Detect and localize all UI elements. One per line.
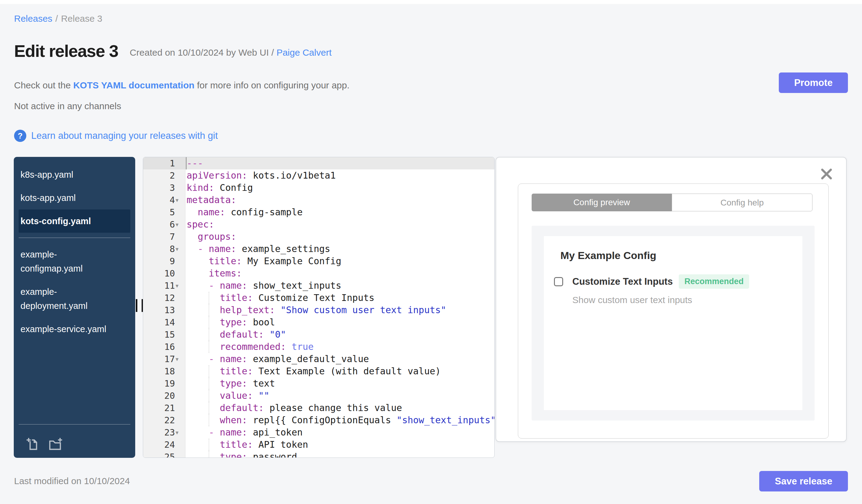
breadcrumb: Releases/Release 3 (14, 13, 103, 24)
code-line-21[interactable]: default: please change this value (186, 402, 494, 414)
gutter-line-23[interactable]: 23▾ (143, 426, 185, 439)
config-tab-bar: Config previewConfig help (532, 194, 812, 211)
code-line-12[interactable]: title: Customize Text Inputs (186, 292, 494, 304)
gutter-line-7: 7 (143, 230, 185, 243)
top-strip (0, 0, 862, 4)
code-line-23[interactable]: - name: api_token (186, 426, 494, 439)
gutter-line-19: 19 (143, 377, 185, 389)
created-text: Created on 10/10/2024 by Web UI / (130, 48, 274, 57)
gutter-line-12: 12 (143, 292, 185, 304)
code-line-17[interactable]: - name: example_default_value (186, 353, 494, 365)
git-help-link[interactable]: Learn about managing your releases with … (31, 130, 218, 141)
code-line-25[interactable]: type: password (186, 451, 494, 458)
code-line-19[interactable]: type: text (186, 377, 494, 389)
gutter-line-15: 15 (143, 329, 185, 341)
preview-content-card: My Example Config Customize Text Inputs … (544, 236, 802, 410)
gutter-line-20: 20 (143, 389, 185, 402)
gutter-line-17[interactable]: 17▾ (143, 353, 185, 365)
indent-guide (209, 414, 209, 426)
gutter-line-16: 16 (143, 341, 185, 353)
file-item-example-deployment-yaml[interactable]: example-deployment.yaml (19, 280, 110, 317)
file-item-k8s-app-yaml[interactable]: k8s-app.yaml (19, 163, 110, 186)
gutter-line-2: 2 (143, 170, 185, 182)
fold-arrow-icon[interactable]: ▾ (175, 221, 185, 228)
gutter-line-21: 21 (143, 402, 185, 414)
customize-text-inputs-checkbox[interactable] (554, 277, 563, 286)
gutter-line-13: 13 (143, 304, 185, 316)
file-item-kots-app-yaml[interactable]: kots-app.yaml (19, 186, 110, 210)
code-line-3[interactable]: kind: Config (186, 182, 494, 194)
gutter-line-14: 14 (143, 316, 185, 329)
file-item-kots-config-yaml[interactable]: kots-config.yaml (19, 210, 130, 233)
code-line-20[interactable]: value: "" (186, 389, 494, 402)
code-line-9[interactable]: title: My Example Config (186, 255, 494, 267)
new-folder-icon[interactable] (49, 437, 63, 451)
code-line-14[interactable]: type: bool (186, 316, 494, 329)
gutter-line-3: 3 (143, 182, 185, 194)
editor-code[interactable]: ---apiVersion: kots.io/v1beta1kind: Conf… (186, 157, 494, 457)
file-item-example-configmap-yaml[interactable]: example-configmap.yaml (19, 243, 110, 280)
code-line-5[interactable]: name: config-sample (186, 206, 494, 218)
tab-config-preview[interactable]: Config preview (532, 194, 672, 211)
file-list: k8s-app.yamlkots-app.yamlkots-config.yam… (14, 163, 135, 341)
gutter-line-8[interactable]: 8▾ (143, 243, 185, 255)
code-line-10[interactable]: items: (186, 267, 494, 279)
new-file-icon[interactable] (26, 437, 40, 451)
code-line-8[interactable]: - name: example_settings (186, 243, 494, 255)
save-release-button[interactable]: Save release (759, 471, 848, 491)
code-line-7[interactable]: groups: (186, 230, 494, 243)
yaml-editor[interactable]: 1234▾56▾78▾91011▾121314151617▾1819202122… (143, 157, 495, 458)
breadcrumb-releases-link[interactable]: Releases (14, 13, 52, 24)
kots-yaml-docs-link[interactable]: KOTS YAML documentation (73, 80, 194, 90)
author-link[interactable]: Paige Calvert (276, 48, 331, 57)
breadcrumb-current: Release 3 (61, 13, 102, 24)
file-item-example-service-yaml[interactable]: example-service.yaml (19, 317, 110, 341)
docs-line: Check out the KOTS YAML documentation fo… (14, 80, 350, 91)
fold-arrow-icon[interactable]: ▾ (175, 429, 185, 436)
code-line-6[interactable]: spec: (186, 218, 494, 230)
recommended-badge: Recommended (679, 274, 749, 289)
code-line-2[interactable]: apiVersion: kots.io/v1beta1 (186, 170, 494, 182)
fold-arrow-icon[interactable]: ▾ (175, 282, 185, 289)
last-modified-text: Last modified on 10/10/2024 (14, 476, 130, 486)
config-item-label: Customize Text Inputs (572, 276, 672, 287)
code-line-16[interactable]: recommended: true (186, 341, 494, 353)
tree-actions (26, 437, 63, 451)
gutter-line-11[interactable]: 11▾ (143, 279, 185, 292)
tab-config-help[interactable]: Config help (672, 194, 812, 211)
gutter-line-6[interactable]: 6▾ (143, 218, 185, 230)
fold-arrow-icon[interactable]: ▾ (175, 356, 185, 363)
gutter-line-1: 1 (143, 157, 185, 170)
promote-button[interactable]: Promote (779, 72, 848, 93)
page-title: Edit release 3 (14, 42, 118, 61)
close-icon[interactable] (820, 167, 833, 181)
config-panel: Config previewConfig help My Example Con… (496, 157, 847, 442)
docs-suffix: for more info on configuring your app. (195, 80, 350, 90)
breadcrumb-separator: / (55, 13, 58, 24)
indent-guide (209, 377, 209, 389)
fold-arrow-icon[interactable]: ▾ (175, 197, 185, 204)
gutter-line-4[interactable]: 4▾ (143, 194, 185, 206)
file-tree-divider (19, 238, 130, 238)
indent-guide (209, 329, 209, 341)
code-line-13[interactable]: help_text: "Show custom user text inputs… (186, 304, 494, 316)
indent-guide (209, 304, 209, 316)
code-line-24[interactable]: title: API token (186, 439, 494, 451)
config-item-help-text: Show custom user text inputs (572, 295, 692, 305)
indent-guide (209, 439, 209, 451)
code-line-11[interactable]: - name: show_text_inputs (186, 279, 494, 292)
code-line-4[interactable]: metadata: (186, 194, 494, 206)
text-cursor (186, 157, 186, 170)
config-preview-card: Config previewConfig help My Example Con… (518, 184, 829, 439)
code-line-18[interactable]: title: Text Example (with default value) (186, 365, 494, 377)
gutter-line-22: 22 (143, 414, 185, 426)
fold-arrow-icon[interactable]: ▾ (175, 246, 185, 253)
gutter-line-24: 24 (143, 439, 185, 451)
indent-guide (209, 451, 209, 458)
code-line-15[interactable]: default: "0" (186, 329, 494, 341)
code-line-1[interactable]: --- (186, 157, 494, 170)
title-row: Edit release 3 Created on 10/10/2024 by … (14, 42, 331, 61)
indent-guide (209, 402, 209, 414)
code-line-22[interactable]: when: repl{{ ConfigOptionEquals "show_te… (186, 414, 494, 426)
editor-gutter: 1234▾56▾78▾91011▾121314151617▾1819202122… (143, 157, 185, 457)
